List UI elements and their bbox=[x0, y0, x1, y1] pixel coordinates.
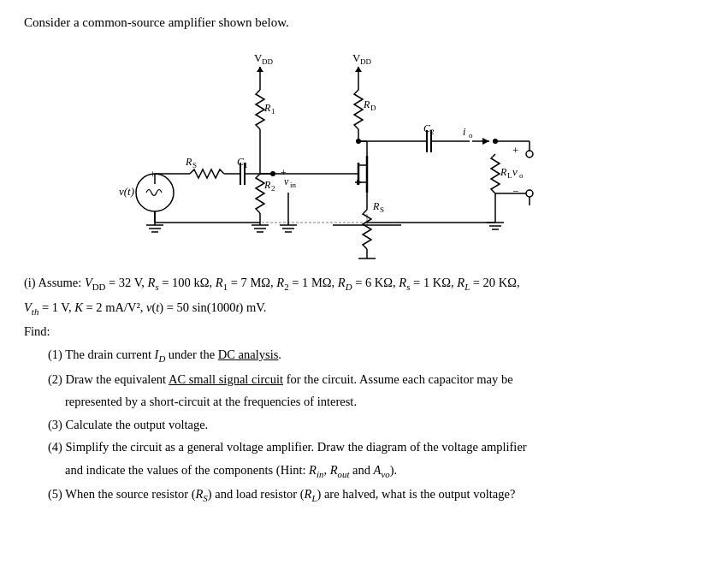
find-item-4-cont: and indicate the values of the component… bbox=[65, 460, 692, 482]
svg-text:R: R bbox=[372, 200, 380, 212]
svg-text:v(t): v(t) bbox=[119, 185, 134, 198]
svg-text:o: o bbox=[469, 131, 473, 140]
svg-text:2: 2 bbox=[271, 184, 275, 193]
intro-text: Consider a common-source amplifier shown… bbox=[24, 15, 692, 30]
svg-text:i: i bbox=[463, 126, 465, 138]
svg-text:R: R bbox=[263, 102, 271, 114]
svg-text:v: v bbox=[512, 165, 518, 178]
circuit-diagram: + v(t) R S C 1 V DD bbox=[24, 39, 692, 261]
svg-text:R: R bbox=[263, 179, 271, 191]
svg-text:R: R bbox=[500, 166, 507, 178]
svg-point-84 bbox=[526, 151, 533, 157]
find-item-2: (2) Draw the equivalent AC small signal … bbox=[48, 370, 692, 389]
svg-marker-21 bbox=[257, 67, 263, 72]
svg-text:L: L bbox=[507, 171, 512, 180]
assumption-line2: Vth = 1 V, K = 2 mA/V², v(t) = 50 sin(10… bbox=[24, 298, 692, 319]
svg-text:DD: DD bbox=[360, 57, 371, 66]
svg-text:S: S bbox=[380, 205, 384, 214]
problem-text: (i) Assume: VDD = 32 V, Rs = 100 kΩ, R1 … bbox=[24, 273, 692, 506]
find-item-5: (5) When the source resistor (RS) and lo… bbox=[48, 484, 692, 506]
svg-point-85 bbox=[526, 190, 533, 197]
svg-text:D: D bbox=[370, 104, 376, 112]
svg-text:1: 1 bbox=[271, 107, 275, 116]
svg-text:+: + bbox=[281, 167, 287, 179]
svg-marker-50 bbox=[355, 67, 362, 72]
circuit-svg: + v(t) R S C 1 V DD bbox=[93, 43, 624, 261]
find-label: Find: bbox=[24, 322, 692, 341]
svg-text:+: + bbox=[512, 144, 518, 157]
find-item-4: (4) Simplify the circuit as a general vo… bbox=[48, 437, 692, 456]
svg-text:in: in bbox=[290, 181, 297, 189]
svg-text:−: − bbox=[512, 185, 518, 198]
svg-marker-66 bbox=[482, 138, 489, 145]
svg-text:R: R bbox=[363, 98, 370, 110]
svg-text:R: R bbox=[185, 156, 192, 168]
svg-text:S: S bbox=[192, 161, 197, 169]
assumption-line1: (i) Assume: VDD = 32 V, Rs = 100 kΩ, R1 … bbox=[24, 273, 692, 294]
find-item-3: (3) Calculate the output voltage. bbox=[48, 415, 692, 434]
svg-text:o: o bbox=[519, 171, 524, 180]
find-item-1: (1) The drain current ID under the DC an… bbox=[48, 345, 692, 366]
svg-text:DD: DD bbox=[262, 57, 273, 66]
find-item-2-cont: represented by a short-circuit at the fr… bbox=[65, 392, 692, 411]
